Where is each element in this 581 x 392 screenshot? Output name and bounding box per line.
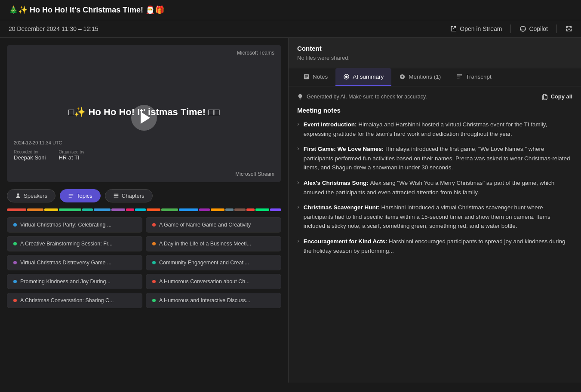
note-label: Event Introduction:: [304, 121, 359, 128]
transcript-tab-label: Transcript: [466, 74, 492, 80]
note-arrow: ›: [297, 145, 299, 152]
no-files-text: No files were shared.: [297, 55, 572, 61]
ai-summary-tab-label: AI summary: [353, 74, 384, 80]
organized-by-block: Organised by HR at TI: [58, 150, 84, 161]
topic-dot: [152, 299, 156, 302]
note-text: Alex's Christmas Song: Alex sang "We Wis…: [304, 178, 572, 197]
left-tab-row: Speakers Topics Chapters: [7, 189, 281, 202]
video-player: Microsoft Teams □✨ Ho Ho Ho! It' istmas …: [7, 45, 281, 182]
note-arrow: ›: [297, 203, 299, 210]
speakers-tab[interactable]: Speakers: [7, 189, 55, 202]
copilot-icon: [520, 25, 526, 32]
topic-item[interactable]: A Day in the Life of a Business Meeti...: [146, 236, 281, 251]
note-arrow: ›: [297, 237, 299, 244]
topic-label: A Game of Name Game and Creativity: [159, 222, 251, 228]
open-in-stream-label: Open in Stream: [460, 25, 502, 32]
note-arrow: ›: [297, 120, 299, 127]
recorded-by-label: Recorded by: [14, 150, 46, 154]
summary-tabs: Notes AI summary Mentions (1) Transcript: [289, 68, 581, 86]
topic-label: A Humorous Conversation about Ch...: [159, 279, 250, 285]
transcript-tab[interactable]: Transcript: [449, 68, 499, 86]
copilot-button[interactable]: Copilot: [520, 25, 548, 32]
notes-list: ›Event Introduction: Himalaya and Harshi…: [297, 120, 572, 255]
topic-item[interactable]: A Humorous Conversation about Ch...: [146, 274, 281, 289]
organized-by-name: HR at TI: [58, 154, 84, 161]
note-item: ›Christmas Scavenger Hunt: Harshinni int…: [297, 203, 572, 231]
note-label: Christmas Scavenger Hunt:: [304, 204, 381, 211]
topic-label: A Humorous and Interactive Discuss...: [159, 297, 250, 303]
note-text: First Game: We Love Names: Himalaya intr…: [304, 144, 572, 172]
stream-icon: [450, 25, 457, 32]
recorder-info: Recorded by Deepak Soni Organised by HR …: [14, 150, 84, 161]
content-section: Content No files were shared.: [289, 38, 581, 68]
note-text: Encouragement for Kind Acts: Harshinni e…: [304, 237, 572, 255]
ai-notice: Generated by AI. Make sure to check for …: [297, 93, 572, 100]
topic-dot: [152, 242, 156, 245]
note-item: ›Encouragement for Kind Acts: Harshinni …: [297, 237, 572, 255]
mentions-tab[interactable]: Mentions (1): [391, 68, 449, 86]
expand-icon: [566, 25, 572, 32]
topic-label: Promoting Kindness and Joy During...: [20, 279, 111, 285]
topics-grid: Virtual Christmas Party: Celebrating ...…: [7, 217, 281, 308]
topics-tab[interactable]: Topics: [60, 189, 101, 202]
ai-notice-left: Generated by AI. Make sure to check for …: [297, 94, 427, 100]
divider2: [556, 24, 557, 33]
topic-label: A Christmas Conversation: Sharing C...: [20, 297, 114, 303]
topic-label: Virtual Christmas Party: Celebrating ...: [20, 222, 111, 228]
expand-button[interactable]: [566, 25, 572, 32]
mentions-tab-label: Mentions (1): [409, 74, 441, 80]
note-label: First Game: We Love Names:: [304, 146, 385, 152]
color-bar: [7, 208, 281, 211]
topic-dot: [13, 242, 17, 245]
topic-item[interactable]: A Creative Brainstorming Session: Fr...: [7, 236, 142, 251]
recorded-by-block: Recorded by Deepak Soni: [14, 150, 46, 161]
note-item: ›First Game: We Love Names: Himalaya int…: [297, 144, 572, 172]
header-actions: Open in Stream Copilot: [450, 24, 572, 33]
ai-notice-text: Generated by AI. Make sure to check for …: [307, 94, 427, 100]
transcript-icon: [456, 74, 463, 80]
topic-dot: [13, 280, 17, 283]
notes-tab-label: Notes: [313, 74, 328, 80]
speakers-label: Speakers: [24, 193, 47, 199]
video-bottom-label: Microsoft Stream: [235, 171, 274, 177]
topic-label: Virtual Christmas Distroversy Game ...: [20, 260, 111, 266]
video-timestamp: 2024-12-20 11:34 UTC: [14, 140, 84, 145]
topic-label: Community Engagement and Creati...: [159, 260, 249, 266]
topic-dot: [13, 261, 17, 264]
svg-point-0: [520, 26, 526, 31]
topic-label: A Day in the Life of a Business Meeti...: [159, 241, 251, 247]
ai-content: Generated by AI. Make sure to check for …: [289, 86, 581, 383]
topic-item[interactable]: Virtual Christmas Distroversy Game ...: [7, 255, 142, 270]
note-label: Encouragement for Kind Acts:: [304, 238, 389, 245]
topic-item[interactable]: A Game of Name Game and Creativity: [146, 217, 281, 233]
mentions-icon: [399, 74, 406, 80]
topics-icon: [68, 193, 74, 199]
note-text: Event Introduction: Himalaya and Harshin…: [304, 120, 572, 138]
date-time: 20 December 2024 11:30 – 12:15: [9, 25, 98, 32]
topic-dot: [152, 280, 156, 283]
open-in-stream-button[interactable]: Open in Stream: [450, 25, 502, 32]
left-panel: Microsoft Teams □✨ Ho Ho Ho! It' istmas …: [0, 38, 288, 383]
topic-item[interactable]: Promoting Kindness and Joy During...: [7, 274, 142, 289]
title-bar: 🎄✨ Ho Ho Ho! It's Christmas Time! 🎅🎁: [0, 0, 581, 20]
notes-icon: [303, 74, 310, 80]
note-item: ›Event Introduction: Himalaya and Harshi…: [297, 120, 572, 138]
topic-item[interactable]: A Humorous and Interactive Discuss...: [146, 293, 281, 308]
svg-point-1: [345, 76, 348, 78]
ai-summary-tab[interactable]: AI summary: [335, 68, 391, 86]
play-button[interactable]: [131, 105, 157, 131]
copy-all-button[interactable]: Copy all: [542, 93, 572, 100]
chapters-icon: [113, 193, 119, 199]
topic-item[interactable]: Virtual Christmas Party: Celebrating ...: [7, 217, 142, 233]
topic-item[interactable]: A Christmas Conversation: Sharing C...: [7, 293, 142, 308]
video-meta: 2024-12-20 11:34 UTC Recorded by Deepak …: [14, 140, 84, 161]
topic-dot: [13, 299, 17, 302]
notes-tab[interactable]: Notes: [295, 68, 335, 86]
topic-dot: [13, 223, 17, 227]
chapters-tab[interactable]: Chapters: [105, 189, 153, 202]
chapters-label: Chapters: [122, 193, 144, 199]
ai-icon: [343, 74, 350, 80]
topic-item[interactable]: Community Engagement and Creati...: [146, 255, 281, 270]
note-label: Alex's Christmas Song:: [304, 180, 370, 186]
note-text: Christmas Scavenger Hunt: Harshinni intr…: [304, 203, 572, 231]
